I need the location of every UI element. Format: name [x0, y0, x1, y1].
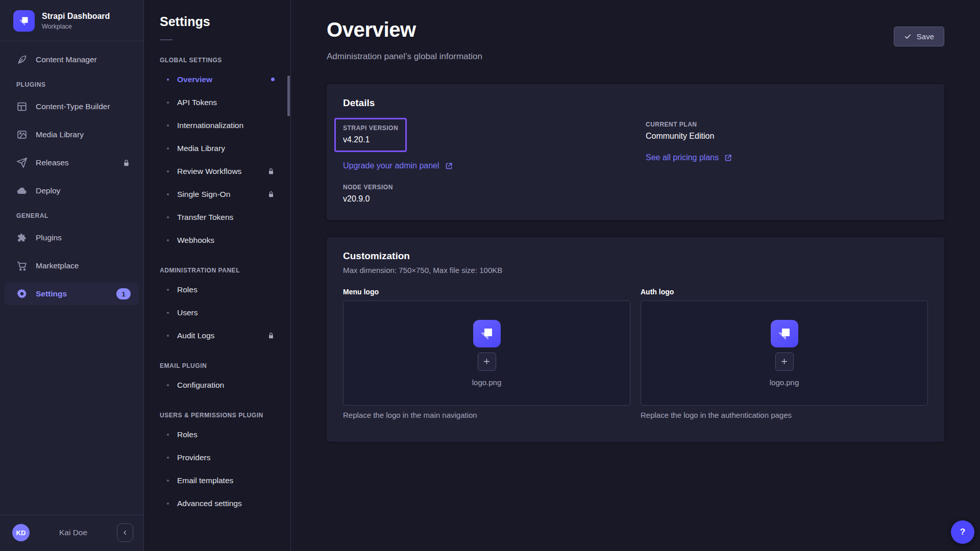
subnav-item-label: Providers [177, 453, 210, 462]
user-name: Kai Doe [34, 528, 113, 537]
sidebar-item-settings[interactable]: Settings 1 [5, 283, 139, 305]
sidebar-item-label: Releases [36, 158, 69, 167]
auth-logo-add-button[interactable] [775, 353, 794, 371]
subnav-item-admin-roles[interactable]: Roles [144, 278, 290, 301]
subnav-scrollbar[interactable] [287, 76, 290, 116]
plus-icon [780, 357, 789, 366]
pricing-link-label: See all pricing plans [646, 153, 719, 162]
subnav-item-label: Users [177, 308, 198, 317]
avatar[interactable]: KD [12, 524, 30, 541]
settings-subnav: Settings GLOBAL SETTINGS Overview API To… [144, 0, 291, 551]
sidebar-item-media-library[interactable]: Media Library [5, 123, 139, 146]
subnav-item-single-sign-on[interactable]: Single Sign-On [144, 183, 290, 206]
subnav-item-label: Transfer Tokens [177, 213, 233, 222]
node-version-label: NODE VERSION [343, 184, 625, 191]
subnav-item-users[interactable]: Users [144, 301, 290, 324]
subnav-item-label: Review Workflows [177, 167, 241, 176]
bullet-icon [167, 335, 169, 337]
bullet-icon [167, 503, 169, 505]
strapi-version-highlight: STRAPI VERSION v4.20.1 [334, 118, 407, 152]
subnav-section-administration-panel: ADMINISTRATION PANEL [144, 267, 290, 274]
sidebar-item-deploy[interactable]: Deploy [5, 180, 139, 202]
help-button[interactable]: ? [951, 520, 974, 544]
current-plan-field: CURRENT PLAN Community Edition [646, 121, 928, 141]
sidebar-item-label: Media Library [36, 130, 84, 139]
sidebar-footer: KD Kai Doe [0, 515, 143, 551]
logo-grid: Menu logo logo.png Replace the logo in t… [343, 288, 928, 419]
sidebar-item-content-type-builder[interactable]: Content-Type Builder [5, 95, 139, 118]
bullet-icon [167, 457, 169, 459]
bullet-icon [167, 480, 169, 482]
subnav-item-label: Overview [177, 75, 212, 84]
sidebar-item-label: Content-Type Builder [36, 102, 110, 111]
workspace-brand[interactable]: Strapi Dashboard Workplace [0, 0, 143, 41]
cart-icon [16, 260, 28, 271]
subnav-item-internationalization[interactable]: Internationalization [144, 114, 290, 137]
notification-dot-icon [271, 78, 275, 81]
sidebar-nav: Content Manager PLUGINS Content-Type Bui… [0, 41, 143, 311]
subnav-item-label: API Tokens [177, 98, 217, 107]
sidebar-item-marketplace[interactable]: Marketplace [5, 255, 139, 277]
main-content: Overview Save Administration panel’s glo… [291, 0, 980, 551]
save-button[interactable]: Save [894, 27, 944, 46]
subnav-item-label: Webhooks [177, 236, 214, 245]
auth-logo-upload-box[interactable]: logo.png [641, 300, 928, 406]
chevron-left-icon [121, 529, 129, 536]
bullet-icon [167, 79, 169, 81]
subnav-item-up-roles[interactable]: Roles [144, 423, 290, 446]
upgrade-admin-panel-link[interactable]: Upgrade your admin panel [343, 161, 453, 170]
subnav-item-configuration[interactable]: Configuration [144, 373, 290, 396]
collapse-sidebar-button[interactable] [117, 523, 133, 542]
sidebar-item-plugins[interactable]: Plugins [5, 227, 139, 249]
sidebar-item-label: Marketplace [36, 261, 79, 270]
menu-logo-add-button[interactable] [478, 353, 496, 371]
gear-icon [16, 288, 28, 299]
subnav-item-label: Internationalization [177, 121, 243, 130]
subnav-item-overview[interactable]: Overview [144, 68, 290, 91]
settings-notification-badge: 1 [116, 288, 131, 299]
bullet-icon [167, 170, 169, 172]
subnav-item-transfer-tokens[interactable]: Transfer Tokens [144, 206, 290, 229]
sidebar-item-releases[interactable]: Releases [5, 152, 139, 174]
sidebar-section-plugins: PLUGINS [0, 81, 143, 88]
strapi-version-label: STRAPI VERSION [343, 124, 398, 132]
menu-logo-caption: Replace the logo in the main navigation [343, 411, 630, 419]
page-subtitle: Administration panel’s global informatio… [327, 52, 944, 62]
subnav-item-review-workflows[interactable]: Review Workflows [144, 160, 290, 183]
subnav-item-audit-logs[interactable]: Audit Logs [144, 324, 290, 347]
subnav-item-webhooks[interactable]: Webhooks [144, 229, 290, 252]
pen-icon [16, 54, 28, 65]
subnav-item-email-templates[interactable]: Email templates [144, 469, 290, 492]
pricing-plans-link[interactable]: See all pricing plans [646, 153, 732, 162]
bullet-icon [167, 239, 169, 241]
bullet-icon [167, 312, 169, 314]
bullet-icon [167, 193, 169, 195]
auth-logo-section: Auth logo logo.png Replace the logo in t… [641, 288, 928, 419]
bullet-icon [167, 124, 169, 127]
sidebar-item-label: Deploy [36, 186, 60, 195]
sidebar-item-label: Plugins [36, 233, 62, 242]
details-card: Details STRAPI VERSION v4.20.1 Upgrade y… [327, 84, 944, 220]
customization-card: Customization Max dimension: 750×750, Ma… [327, 237, 944, 442]
sidebar-item-label: Content Manager [36, 55, 97, 64]
menu-logo-filename: logo.png [472, 378, 502, 387]
menu-logo-section: Menu logo logo.png Replace the logo in t… [343, 288, 630, 419]
subnav-item-api-tokens[interactable]: API Tokens [144, 91, 290, 114]
auth-logo-caption: Replace the logo in the authentication p… [641, 411, 928, 419]
menu-logo-label: Menu logo [343, 288, 630, 296]
menu-logo-upload-box[interactable]: logo.png [343, 300, 630, 406]
puzzle-icon [16, 232, 28, 243]
lock-icon [122, 159, 131, 167]
details-left-column: STRAPI VERSION v4.20.1 Upgrade your admi… [343, 115, 625, 204]
sidebar-item-content-manager[interactable]: Content Manager [5, 48, 139, 71]
cloud-icon [16, 185, 28, 196]
menu-logo-preview-icon [473, 320, 501, 347]
subnav-item-advanced-settings[interactable]: Advanced settings [144, 492, 290, 515]
strapi-version-value: v4.20.1 [343, 135, 398, 144]
subnav-item-media-library[interactable]: Media Library [144, 137, 290, 160]
subnav-item-providers[interactable]: Providers [144, 446, 290, 469]
plus-icon [482, 357, 491, 366]
subnav-item-label: Audit Logs [177, 331, 214, 340]
workspace-subtitle: Workplace [42, 23, 110, 30]
subnav-item-label: Roles [177, 430, 198, 439]
